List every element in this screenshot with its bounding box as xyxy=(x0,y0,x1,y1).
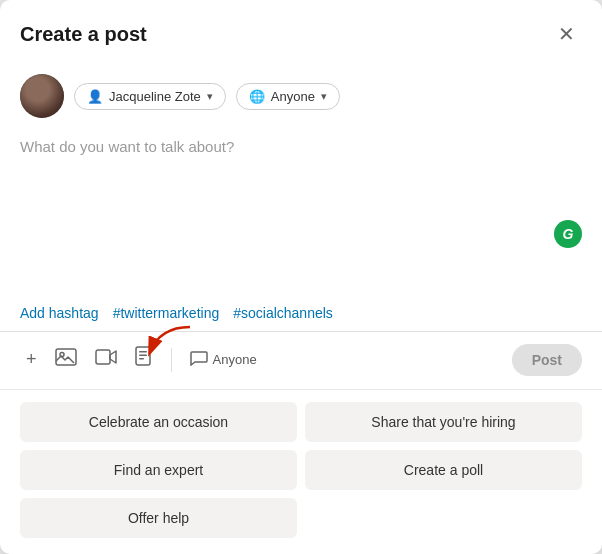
poll-label: Create a poll xyxy=(404,462,483,478)
expert-label: Find an expert xyxy=(114,462,204,478)
person-icon: 👤 xyxy=(87,89,103,104)
offer-help-label: Offer help xyxy=(128,510,189,526)
author-name: Jacqueline Zote xyxy=(109,89,201,104)
close-icon: ✕ xyxy=(558,22,575,46)
user-row: 👤 Jacqueline Zote ▾ 🌐 Anyone ▾ xyxy=(0,64,602,128)
modal-header: Create a post ✕ xyxy=(0,0,602,64)
audience-label: Anyone xyxy=(271,89,315,104)
close-button[interactable]: ✕ xyxy=(550,18,582,50)
modal-title: Create a post xyxy=(20,23,147,46)
toolbar-row: + xyxy=(0,331,602,389)
svg-rect-5 xyxy=(139,355,147,357)
expert-button[interactable]: Find an expert xyxy=(20,450,297,490)
celebrate-button[interactable]: Celebrate an occasion xyxy=(20,402,297,442)
document-button[interactable] xyxy=(129,340,161,379)
image-button[interactable] xyxy=(49,342,83,377)
hashtag-row: Add hashtag #twittermarketing #socialcha… xyxy=(0,295,602,331)
poll-button[interactable]: Create a poll xyxy=(305,450,582,490)
hashtag-tag-1[interactable]: #twittermarketing xyxy=(113,305,220,321)
svg-rect-4 xyxy=(139,351,147,353)
toolbar-divider xyxy=(171,348,172,372)
comment-icon xyxy=(190,350,208,369)
svg-rect-2 xyxy=(96,350,110,364)
action-grid: Celebrate an occasion Share that you're … xyxy=(0,389,602,554)
celebrate-label: Celebrate an occasion xyxy=(89,414,228,430)
add-hashtag-link[interactable]: Add hashtag xyxy=(20,305,99,321)
document-icon xyxy=(135,346,155,373)
post-button[interactable]: Post xyxy=(512,344,582,376)
chevron-down-icon-2: ▾ xyxy=(321,90,327,103)
post-audience-label: Anyone xyxy=(213,352,257,367)
post-text-area[interactable]: What do you want to talk about? xyxy=(0,128,602,295)
image-icon xyxy=(55,348,77,371)
video-button[interactable] xyxy=(89,342,123,377)
post-placeholder: What do you want to talk about? xyxy=(20,138,234,155)
add-button[interactable]: + xyxy=(20,343,43,376)
hiring-label: Share that you're hiring xyxy=(371,414,515,430)
avatar-image xyxy=(20,74,64,118)
plus-icon: + xyxy=(26,349,37,370)
post-audience-button[interactable]: Anyone xyxy=(182,345,265,374)
grammarly-icon: G xyxy=(563,226,574,242)
grammarly-badge[interactable]: G xyxy=(554,220,582,248)
create-post-modal: Create a post ✕ 👤 Jacqueline Zote ▾ 🌐 An… xyxy=(0,0,602,554)
globe-icon: 🌐 xyxy=(249,89,265,104)
hashtag-tag-2[interactable]: #socialchannels xyxy=(233,305,333,321)
hiring-button[interactable]: Share that you're hiring xyxy=(305,402,582,442)
video-icon xyxy=(95,348,117,371)
audience-dropdown[interactable]: 🌐 Anyone ▾ xyxy=(236,83,340,110)
svg-rect-6 xyxy=(139,358,144,360)
chevron-down-icon: ▾ xyxy=(207,90,213,103)
offer-help-button[interactable]: Offer help xyxy=(20,498,297,538)
avatar xyxy=(20,74,64,118)
post-label: Post xyxy=(532,352,562,368)
author-dropdown[interactable]: 👤 Jacqueline Zote ▾ xyxy=(74,83,226,110)
